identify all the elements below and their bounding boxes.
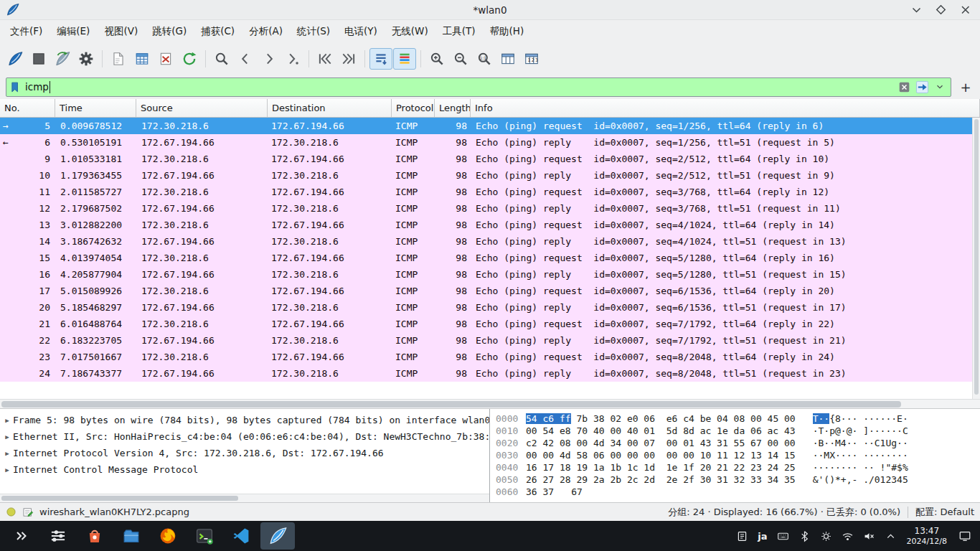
expert-info-icon[interactable] bbox=[6, 507, 17, 517]
filter-add-button[interactable]: + bbox=[957, 80, 974, 95]
column-header-no[interactable]: No. bbox=[0, 99, 55, 117]
expander-icon[interactable]: ▶ bbox=[1, 450, 13, 457]
hex-row-0020[interactable]: 0020c2 42 08 00 4d 34 00 07 00 01 43 31 … bbox=[490, 437, 980, 449]
taskbar-firefox[interactable] bbox=[151, 522, 185, 550]
keyboard-icon[interactable] bbox=[777, 530, 789, 542]
packet-row-10[interactable]: 101.179363455172.67.194.66172.30.218.6IC… bbox=[0, 167, 980, 184]
taskbar-settings[interactable] bbox=[41, 522, 75, 550]
packet-row-22[interactable]: 226.183223705172.67.194.66172.30.218.6IC… bbox=[0, 332, 980, 349]
filter-clear-button[interactable] bbox=[896, 79, 912, 95]
go-back-button[interactable] bbox=[234, 48, 257, 70]
volume-muted-icon[interactable] bbox=[863, 530, 875, 542]
packet-row-16[interactable]: 164.205877904172.67.194.66172.30.218.6IC… bbox=[0, 266, 980, 283]
details-scrollbar-thumb[interactable] bbox=[1, 496, 238, 501]
hex-row-0000[interactable]: 000054 c6 ff 7b 38 02 e0 06 e6 c4 be 04 … bbox=[490, 413, 980, 425]
input-method-indicator[interactable]: ja bbox=[758, 531, 767, 542]
taskbar-show-apps[interactable] bbox=[4, 522, 39, 550]
capture-comment-icon[interactable] bbox=[22, 507, 34, 518]
detail-line-2[interactable]: ▶Ethernet II, Src: HonHaiPrecis_c4:be:04… bbox=[0, 428, 489, 445]
column-header-length[interactable]: Length bbox=[435, 99, 471, 117]
go-to-packet-button[interactable] bbox=[281, 48, 304, 70]
packet-row-5[interactable]: →50.009678512172.30.218.6172.67.194.66IC… bbox=[0, 118, 980, 134]
display-filter-input[interactable]: icmp bbox=[6, 77, 951, 97]
menu-item-2[interactable]: 编辑(E) bbox=[50, 22, 97, 42]
vertical-scrollbar-thumb[interactable] bbox=[974, 119, 979, 395]
packet-row-20[interactable]: 205.185468297172.67.194.66172.30.218.6IC… bbox=[0, 299, 980, 316]
column-header-time[interactable]: Time bbox=[55, 99, 136, 117]
packet-row-17[interactable]: 175.015089926172.30.218.6172.67.194.66IC… bbox=[0, 283, 980, 299]
filter-bookmark-icon[interactable] bbox=[9, 81, 22, 93]
hex-row-0040[interactable]: 004016 17 18 19 1a 1b 1c 1d 1e 1f 20 21 … bbox=[490, 461, 980, 474]
expander-icon[interactable]: ▶ bbox=[1, 433, 13, 441]
hex-row-0010[interactable]: 001000 54 e8 70 40 00 40 01 5d 8d ac 1e … bbox=[490, 425, 980, 437]
start-capture-button[interactable] bbox=[4, 48, 27, 70]
maximize-button[interactable] bbox=[934, 3, 948, 17]
expander-icon[interactable]: ▶ bbox=[1, 417, 13, 424]
clipboard-icon[interactable] bbox=[736, 530, 748, 542]
column-header-destination[interactable]: Destination bbox=[268, 99, 392, 117]
go-first-packet-button[interactable] bbox=[314, 48, 336, 70]
menu-item-10[interactable]: 工具(T) bbox=[435, 22, 483, 42]
menu-item-1[interactable]: 文件(F) bbox=[3, 22, 50, 42]
reload-file-button[interactable] bbox=[178, 48, 201, 70]
menu-item-11[interactable]: 帮助(H) bbox=[482, 22, 531, 42]
menu-item-9[interactable]: 无线(W) bbox=[385, 22, 435, 42]
menu-item-3[interactable]: 视图(V) bbox=[97, 22, 145, 42]
taskbar-vscode[interactable] bbox=[224, 522, 258, 550]
numbered-columns-button[interactable]: 123 bbox=[520, 48, 543, 70]
packet-row-13[interactable]: 133.012882200172.30.218.6172.67.194.66IC… bbox=[0, 217, 980, 233]
minimize-button[interactable] bbox=[910, 3, 924, 17]
taskbar-software-center[interactable] bbox=[77, 522, 112, 550]
night-light-icon[interactable] bbox=[820, 530, 832, 542]
packet-row-12[interactable]: 122.179687502172.67.194.66172.30.218.6IC… bbox=[0, 200, 980, 217]
close-button[interactable] bbox=[958, 3, 973, 17]
column-header-source[interactable]: Source bbox=[136, 99, 268, 117]
expander-icon[interactable]: ▶ bbox=[1, 466, 13, 474]
column-header-info[interactable]: Info bbox=[471, 99, 980, 117]
wifi-icon[interactable] bbox=[842, 530, 854, 542]
zoom-out-button[interactable] bbox=[449, 48, 472, 70]
detail-line-4[interactable]: ▶Internet Control Message Protocol bbox=[0, 461, 489, 478]
details-scrollbar[interactable] bbox=[0, 494, 489, 502]
column-header-protocol[interactable]: Protocol bbox=[392, 99, 435, 117]
filter-dropdown-button[interactable] bbox=[932, 79, 948, 95]
save-file-button[interactable] bbox=[131, 48, 154, 70]
zoom-normal-button[interactable]: 1:1 bbox=[473, 48, 496, 70]
capture-options-button[interactable] bbox=[75, 48, 98, 70]
open-file-button[interactable] bbox=[107, 48, 130, 70]
horizontal-scrollbar[interactable] bbox=[0, 399, 980, 409]
colorize-packets-button[interactable] bbox=[393, 48, 416, 70]
show-desktop-icon[interactable] bbox=[958, 529, 971, 542]
menu-item-6[interactable]: 分析(A) bbox=[242, 22, 290, 42]
packet-row-14[interactable]: 143.186742632172.67.194.66172.30.218.6IC… bbox=[0, 233, 980, 250]
menu-item-5[interactable]: 捕获(C) bbox=[194, 22, 242, 42]
menu-item-7[interactable]: 统计(S) bbox=[290, 22, 337, 42]
hex-row-0060[interactable]: 006036 3767 bbox=[490, 486, 980, 498]
packet-row-15[interactable]: 154.013974054172.30.218.6172.67.194.66IC… bbox=[0, 250, 980, 266]
resize-columns-button[interactable] bbox=[496, 48, 519, 70]
profile-label[interactable]: 配置: Default bbox=[915, 506, 974, 519]
filter-apply-button[interactable] bbox=[914, 79, 930, 95]
packet-row-23[interactable]: 237.017501667172.30.218.6172.67.194.66IC… bbox=[0, 349, 980, 365]
packet-row-6[interactable]: ←60.530105191172.67.194.66172.30.218.6IC… bbox=[0, 134, 980, 151]
auto-scroll-button[interactable] bbox=[369, 48, 392, 70]
detail-line-1[interactable]: ▶Frame 5: 98 bytes on wire (784 bits), 9… bbox=[0, 412, 489, 428]
taskbar-file-manager[interactable] bbox=[114, 522, 149, 550]
packet-row-21[interactable]: 216.016488764172.30.218.6172.67.194.66IC… bbox=[0, 316, 980, 332]
bluetooth-icon[interactable] bbox=[798, 530, 811, 542]
taskbar-wireshark[interactable] bbox=[260, 522, 295, 550]
clock[interactable]: 13:47 2024/12/8 bbox=[907, 526, 947, 546]
go-forward-button[interactable] bbox=[258, 48, 281, 70]
menu-item-8[interactable]: 电话(Y) bbox=[337, 22, 385, 42]
packet-row-24[interactable]: 247.186743377172.67.194.66172.30.218.6IC… bbox=[0, 365, 980, 382]
vertical-scrollbar[interactable] bbox=[972, 118, 980, 399]
close-file-button[interactable] bbox=[154, 48, 177, 70]
taskbar-terminal[interactable] bbox=[187, 522, 222, 550]
find-packet-button[interactable] bbox=[210, 48, 233, 70]
hex-row-0030[interactable]: 003000 00 4d 58 06 00 00 00 00 00 10 11 … bbox=[490, 449, 980, 461]
zoom-in-button[interactable] bbox=[425, 48, 448, 70]
packet-row-11[interactable]: 112.011585727172.30.218.6172.67.194.66IC… bbox=[0, 184, 980, 200]
horizontal-scrollbar-thumb[interactable] bbox=[1, 401, 901, 408]
stop-capture-button[interactable] bbox=[27, 48, 50, 70]
packet-row-9[interactable]: 91.010533181172.30.218.6172.67.194.66ICM… bbox=[0, 151, 980, 167]
